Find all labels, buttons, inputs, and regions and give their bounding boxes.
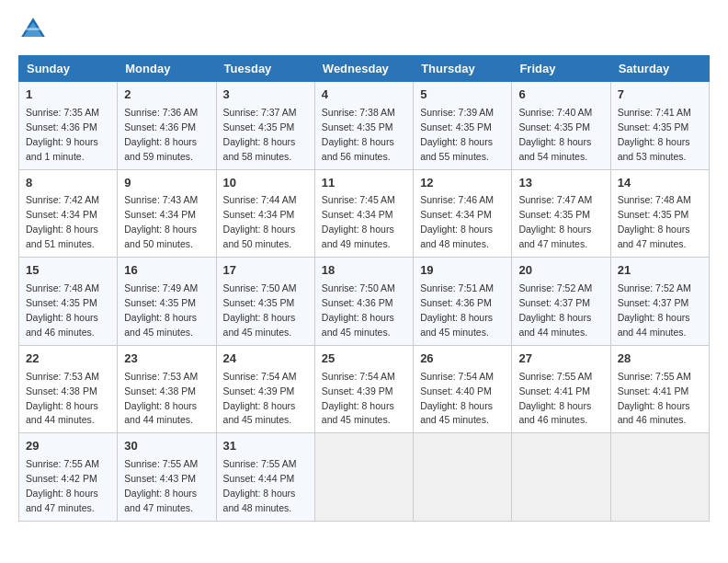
day-number: 26	[420, 350, 505, 368]
logo-icon	[18, 15, 48, 44]
day-cell: 7Sunrise: 7:41 AM Sunset: 4:35 PM Daylig…	[610, 82, 709, 170]
day-info: Sunrise: 7:37 AM Sunset: 4:35 PM Dayligh…	[223, 107, 297, 162]
page: SundayMondayTuesdayWednesdayThursdayFrid…	[0, 0, 728, 531]
day-cell: 29Sunrise: 7:55 AM Sunset: 4:42 PM Dayli…	[19, 433, 118, 522]
day-cell: 15Sunrise: 7:48 AM Sunset: 4:35 PM Dayli…	[19, 258, 118, 346]
day-cell: 27Sunrise: 7:55 AM Sunset: 4:41 PM Dayli…	[512, 345, 610, 433]
day-info: Sunrise: 7:53 AM Sunset: 4:38 PM Dayligh…	[26, 371, 99, 426]
day-info: Sunrise: 7:44 AM Sunset: 4:34 PM Dayligh…	[223, 194, 297, 249]
week-row-2: 8Sunrise: 7:42 AM Sunset: 4:34 PM Daylig…	[19, 169, 710, 258]
day-info: Sunrise: 7:55 AM Sunset: 4:41 PM Dayligh…	[618, 371, 691, 426]
day-number: 30	[124, 438, 209, 455]
day-number: 12	[420, 175, 505, 192]
day-number: 24	[223, 350, 308, 368]
col-header-sunday: Sunday	[19, 56, 118, 82]
day-info: Sunrise: 7:54 AM Sunset: 4:40 PM Dayligh…	[420, 371, 494, 426]
day-cell	[314, 433, 413, 522]
day-cell: 6Sunrise: 7:40 AM Sunset: 4:35 PM Daylig…	[512, 82, 610, 170]
day-number: 14	[618, 175, 702, 192]
day-info: Sunrise: 7:55 AM Sunset: 4:44 PM Dayligh…	[223, 458, 297, 513]
col-header-tuesday: Tuesday	[216, 56, 314, 82]
day-info: Sunrise: 7:43 AM Sunset: 4:34 PM Dayligh…	[124, 194, 198, 249]
logo	[18, 15, 53, 44]
day-number: 13	[518, 175, 603, 192]
day-number: 29	[26, 438, 110, 455]
day-cell: 25Sunrise: 7:54 AM Sunset: 4:39 PM Dayli…	[314, 345, 413, 433]
col-header-monday: Monday	[118, 56, 216, 82]
day-cell: 9Sunrise: 7:43 AM Sunset: 4:34 PM Daylig…	[118, 169, 216, 258]
day-cell: 3Sunrise: 7:37 AM Sunset: 4:35 PM Daylig…	[216, 82, 314, 170]
day-info: Sunrise: 7:35 AM Sunset: 4:36 PM Dayligh…	[26, 107, 99, 162]
day-number: 20	[518, 262, 603, 280]
day-number: 28	[618, 350, 702, 368]
day-info: Sunrise: 7:39 AM Sunset: 4:35 PM Dayligh…	[420, 107, 494, 162]
day-number: 4	[322, 86, 406, 104]
col-header-saturday: Saturday	[610, 56, 709, 82]
day-info: Sunrise: 7:49 AM Sunset: 4:35 PM Dayligh…	[124, 282, 198, 338]
day-cell: 5Sunrise: 7:39 AM Sunset: 4:35 PM Daylig…	[414, 82, 512, 170]
calendar-body: 1Sunrise: 7:35 AM Sunset: 4:36 PM Daylig…	[19, 82, 710, 522]
day-info: Sunrise: 7:54 AM Sunset: 4:39 PM Dayligh…	[223, 371, 297, 426]
day-cell: 30Sunrise: 7:55 AM Sunset: 4:43 PM Dayli…	[118, 433, 216, 522]
day-number: 2	[124, 86, 209, 104]
day-cell: 31Sunrise: 7:55 AM Sunset: 4:44 PM Dayli…	[216, 433, 314, 522]
day-number: 31	[223, 438, 308, 455]
day-number: 6	[518, 86, 603, 104]
day-number: 1	[26, 86, 110, 104]
day-number: 11	[322, 175, 406, 192]
day-info: Sunrise: 7:48 AM Sunset: 4:35 PM Dayligh…	[26, 282, 99, 338]
col-header-wednesday: Wednesday	[314, 56, 413, 82]
day-info: Sunrise: 7:38 AM Sunset: 4:35 PM Dayligh…	[322, 107, 395, 162]
day-info: Sunrise: 7:36 AM Sunset: 4:36 PM Dayligh…	[124, 107, 198, 162]
day-cell: 11Sunrise: 7:45 AM Sunset: 4:34 PM Dayli…	[314, 169, 413, 258]
day-number: 3	[223, 86, 308, 104]
day-number: 18	[322, 262, 406, 280]
day-cell: 26Sunrise: 7:54 AM Sunset: 4:40 PM Dayli…	[414, 345, 512, 433]
day-info: Sunrise: 7:55 AM Sunset: 4:42 PM Dayligh…	[26, 458, 99, 513]
day-info: Sunrise: 7:40 AM Sunset: 4:35 PM Dayligh…	[518, 107, 592, 162]
calendar-header-row: SundayMondayTuesdayWednesdayThursdayFrid…	[19, 56, 710, 82]
week-row-4: 22Sunrise: 7:53 AM Sunset: 4:38 PM Dayli…	[19, 345, 710, 433]
day-info: Sunrise: 7:45 AM Sunset: 4:34 PM Dayligh…	[322, 194, 395, 249]
day-info: Sunrise: 7:42 AM Sunset: 4:34 PM Dayligh…	[26, 194, 99, 249]
day-cell: 14Sunrise: 7:48 AM Sunset: 4:35 PM Dayli…	[610, 169, 709, 258]
day-cell	[610, 433, 709, 522]
day-number: 21	[618, 262, 702, 280]
day-info: Sunrise: 7:50 AM Sunset: 4:35 PM Dayligh…	[223, 282, 297, 338]
day-info: Sunrise: 7:55 AM Sunset: 4:43 PM Dayligh…	[124, 458, 198, 513]
day-cell: 13Sunrise: 7:47 AM Sunset: 4:35 PM Dayli…	[512, 169, 610, 258]
day-number: 15	[26, 262, 110, 280]
day-number: 5	[420, 86, 505, 104]
week-row-1: 1Sunrise: 7:35 AM Sunset: 4:36 PM Daylig…	[19, 82, 710, 170]
day-cell: 1Sunrise: 7:35 AM Sunset: 4:36 PM Daylig…	[19, 82, 118, 170]
week-row-5: 29Sunrise: 7:55 AM Sunset: 4:42 PM Dayli…	[19, 433, 710, 522]
day-info: Sunrise: 7:50 AM Sunset: 4:36 PM Dayligh…	[322, 282, 395, 338]
day-number: 9	[124, 175, 209, 192]
col-header-thursday: Thursday	[414, 56, 512, 82]
day-cell: 18Sunrise: 7:50 AM Sunset: 4:36 PM Dayli…	[314, 258, 413, 346]
day-cell: 16Sunrise: 7:49 AM Sunset: 4:35 PM Dayli…	[118, 258, 216, 346]
header	[18, 15, 710, 44]
day-info: Sunrise: 7:53 AM Sunset: 4:38 PM Dayligh…	[124, 371, 198, 426]
day-number: 8	[26, 175, 110, 192]
day-number: 25	[322, 350, 406, 368]
day-cell: 20Sunrise: 7:52 AM Sunset: 4:37 PM Dayli…	[512, 258, 610, 346]
svg-rect-2	[26, 28, 40, 29]
day-number: 10	[223, 175, 308, 192]
day-info: Sunrise: 7:48 AM Sunset: 4:35 PM Dayligh…	[618, 194, 691, 249]
day-number: 27	[518, 350, 603, 368]
day-cell: 12Sunrise: 7:46 AM Sunset: 4:34 PM Dayli…	[414, 169, 512, 258]
day-info: Sunrise: 7:46 AM Sunset: 4:34 PM Dayligh…	[420, 194, 494, 249]
day-info: Sunrise: 7:54 AM Sunset: 4:39 PM Dayligh…	[322, 371, 395, 426]
day-info: Sunrise: 7:51 AM Sunset: 4:36 PM Dayligh…	[420, 282, 494, 338]
day-cell: 28Sunrise: 7:55 AM Sunset: 4:41 PM Dayli…	[610, 345, 709, 433]
day-number: 19	[420, 262, 505, 280]
day-info: Sunrise: 7:52 AM Sunset: 4:37 PM Dayligh…	[618, 282, 691, 338]
day-info: Sunrise: 7:47 AM Sunset: 4:35 PM Dayligh…	[518, 194, 592, 249]
day-cell: 23Sunrise: 7:53 AM Sunset: 4:38 PM Dayli…	[118, 345, 216, 433]
day-info: Sunrise: 7:41 AM Sunset: 4:35 PM Dayligh…	[618, 107, 691, 162]
day-cell: 10Sunrise: 7:44 AM Sunset: 4:34 PM Dayli…	[216, 169, 314, 258]
day-cell: 24Sunrise: 7:54 AM Sunset: 4:39 PM Dayli…	[216, 345, 314, 433]
day-number: 22	[26, 350, 110, 368]
week-row-3: 15Sunrise: 7:48 AM Sunset: 4:35 PM Dayli…	[19, 258, 710, 346]
